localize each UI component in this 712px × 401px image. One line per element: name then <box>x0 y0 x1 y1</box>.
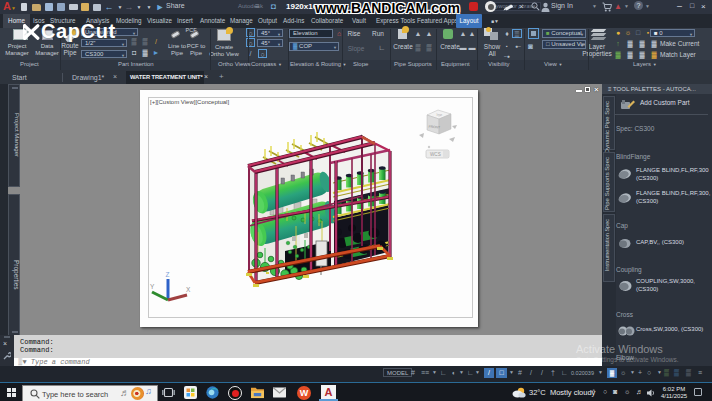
svg-text:Z: Z <box>166 271 170 278</box>
svg-text:TOP: TOP <box>436 113 443 118</box>
svg-text:FRONT: FRONT <box>428 125 440 130</box>
svg-text:WCS: WCS <box>430 152 441 157</box>
svg-text:Y: Y <box>150 283 155 290</box>
svg-text:X: X <box>186 286 191 293</box>
